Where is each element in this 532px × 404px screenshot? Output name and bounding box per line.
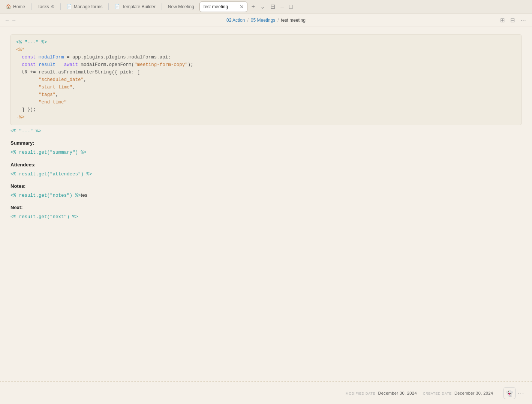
tab-test-meeting[interactable]: test meeting ✕ — [199, 1, 247, 12]
manage-forms-icon: 📄 — [67, 4, 72, 9]
breadcrumb-action[interactable]: 02 Action — [226, 18, 245, 23]
editor-area[interactable]: <% "---" %> <%* const modalForm = app.pl… — [0, 27, 532, 382]
summary-tag: <% result.get("summary") %> — [10, 148, 522, 157]
code-line-5: tR += result.asFrontmatterString({ pick:… — [16, 69, 516, 76]
summary-label: Summary: — [10, 139, 522, 147]
code-line-2: <%* — [16, 46, 516, 54]
nav-buttons: ← → — [4, 17, 16, 23]
section-next: Next: <% result.get("next") %> — [10, 203, 522, 221]
code-line-1: <% "---" %> — [16, 39, 516, 46]
minimize-button[interactable]: – — [279, 2, 286, 11]
tab-template-builder[interactable]: 📄 Template Builder — [110, 1, 160, 12]
code-line-4: const result = await modalForm.openForm(… — [16, 61, 516, 69]
tab-title-input[interactable]: test meeting — [204, 4, 237, 9]
tab-divider-4 — [162, 3, 162, 10]
code-block: <% "---" %> <%* const modalForm = app.pl… — [10, 34, 522, 125]
bottom-bar: MODIFIED DATE December 30, 2024 CREATED … — [0, 382, 532, 404]
breadcrumb-right: ⊞ ⊟ ⋯ — [499, 16, 528, 24]
tab-new-meeting[interactable]: New Meeting — [163, 1, 199, 12]
attendees-label: Attendees: — [10, 161, 522, 169]
next-tag: <% result.get("next") %> — [10, 212, 522, 221]
tab-close-button[interactable]: ✕ — [239, 4, 245, 9]
notes-label: Notes: — [10, 182, 522, 190]
ghost-icon: 👻 — [506, 390, 513, 397]
code-line-11: -%> — [16, 114, 516, 121]
bottom-more-button[interactable]: ··· — [518, 390, 525, 396]
tab-divider-3 — [108, 3, 109, 10]
next-label: Next: — [10, 203, 522, 212]
tab-home[interactable]: 🏠 Home — [1, 1, 30, 12]
code-line-7: "start_time", — [16, 84, 516, 91]
layout-toggle-button[interactable]: ⊟ — [268, 2, 277, 11]
notes-inline-text: tes — [81, 192, 87, 198]
breadcrumb: 02 Action / 05 Meetings / test meeting — [226, 18, 306, 23]
forward-button[interactable]: → — [11, 17, 16, 23]
add-tab-button[interactable]: + — [250, 2, 257, 11]
view-split-button[interactable]: ⊞ — [499, 16, 507, 24]
view-layout-button[interactable]: ⊟ — [509, 16, 517, 24]
tasks-icon: ⊙ — [51, 4, 54, 9]
tab-tasks[interactable]: Tasks ⊙ — [33, 1, 59, 12]
tab-divider-1 — [31, 3, 31, 10]
section-attendees: Attendees: <% result.get("attendees") %> — [10, 161, 522, 178]
template-builder-icon: 📄 — [115, 4, 120, 9]
notes-tag: <% result.get("notes") %>tes — [10, 191, 522, 200]
code-line-9: "end_time" — [16, 99, 516, 106]
tab-dropdown-button[interactable]: ⌄ — [258, 2, 267, 11]
ghost-button[interactable]: 👻 — [504, 387, 516, 399]
home-icon: 🏠 — [6, 4, 11, 9]
code-line-8: "tags", — [16, 91, 516, 99]
code-line-6: "scheduled_date", — [16, 76, 516, 84]
back-button[interactable]: ← — [4, 17, 10, 23]
tab-manage-forms[interactable]: 📄 Manage forms — [62, 1, 107, 12]
bottom-icons: 👻 ··· — [504, 387, 526, 399]
code-line-10: ] }); — [16, 106, 516, 114]
tab-divider-2 — [60, 3, 61, 10]
breadcrumb-bar: ← → 02 Action / 05 Meetings / test meeti… — [0, 13, 532, 27]
breadcrumb-left: ← → — [4, 17, 16, 23]
view-more-button[interactable]: ⋯ — [519, 16, 528, 24]
section-summary: Summary: <% result.get("summary") %> — [10, 139, 522, 157]
tab-bar-right: + ⌄ ⊟ – □ — [250, 2, 295, 11]
modified-date-section: MODIFIED DATE December 30, 2024 — [346, 391, 417, 395]
breadcrumb-current: test meeting — [281, 18, 306, 23]
code-line-12: <% "---" %> — [10, 127, 522, 135]
code-line-3: const modalForm = app.plugins.plugins.mo… — [16, 54, 516, 61]
created-date-section: CREATED DATE December 30, 2024 — [423, 391, 493, 395]
breadcrumb-meetings[interactable]: 05 Meetings — [251, 18, 275, 23]
section-notes: Notes: <% result.get("notes") %>tes — [10, 182, 522, 200]
meta-info: MODIFIED DATE December 30, 2024 CREATED … — [346, 391, 493, 395]
tab-bar: 🏠 Home Tasks ⊙ 📄 Manage forms 📄 Template… — [0, 0, 532, 13]
attendees-tag: <% result.get("attendees") %> — [10, 170, 522, 178]
maximize-button[interactable]: □ — [287, 2, 295, 11]
